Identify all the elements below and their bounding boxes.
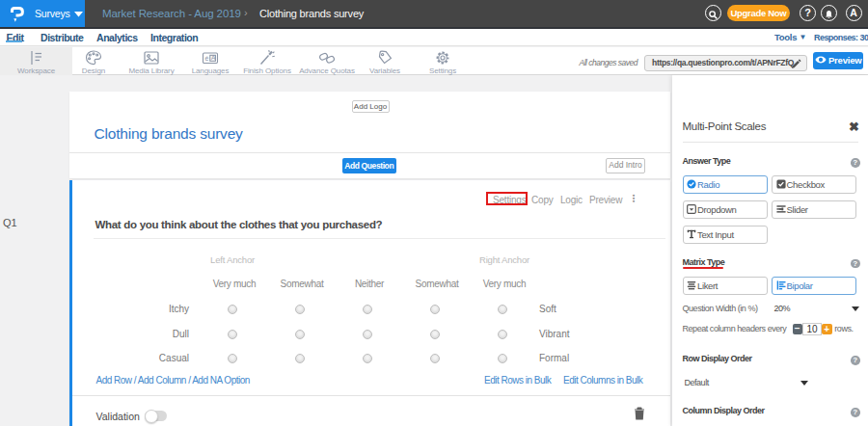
svg-text:é: é [205,55,209,62]
svg-text:A: A [211,54,216,61]
